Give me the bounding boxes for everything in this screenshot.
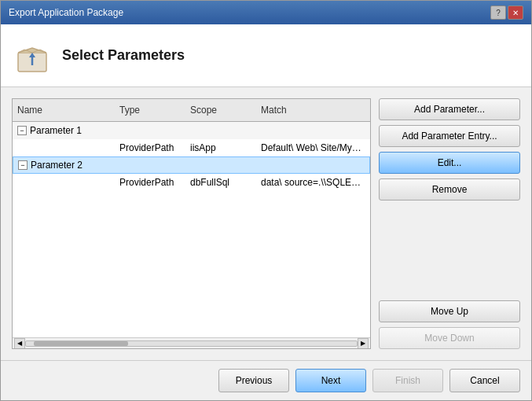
header-title: Select Parameters xyxy=(62,47,185,64)
col-match: Match xyxy=(256,102,370,118)
param-1-entry-type: ProviderPath xyxy=(115,141,185,155)
param-1-type xyxy=(115,129,185,132)
param-2-type xyxy=(116,164,186,167)
scroll-right-arrow[interactable]: ▶ xyxy=(358,338,369,349)
horizontal-scrollbar[interactable]: ◀ ▶ xyxy=(13,337,370,348)
parameters-table: Name Type Scope Match − Parameter 1 xyxy=(12,98,371,349)
col-name: Name xyxy=(13,102,115,118)
param-2-entry-name xyxy=(13,181,115,184)
param-row-1-header[interactable]: − Parameter 1 xyxy=(13,122,370,139)
title-bar-buttons: ? ✕ xyxy=(490,6,523,20)
table-body[interactable]: − Parameter 1 ProviderPath iisApp Defaul… xyxy=(13,122,370,337)
dialog-title: Export Application Package xyxy=(9,7,123,18)
parameter-group-1: − Parameter 1 ProviderPath iisApp Defaul… xyxy=(13,122,370,156)
export-dialog: Export Application Package ? ✕ Select Pa… xyxy=(0,0,532,401)
edit-button[interactable]: Edit... xyxy=(379,152,520,174)
param-2-name-cell: − Parameter 2 xyxy=(13,158,116,172)
dialog-footer: Previous Next Finish Cancel xyxy=(1,360,531,400)
param-2-scope xyxy=(186,164,257,167)
button-panel: Add Parameter... Add Parameter Entry... … xyxy=(379,98,520,349)
title-bar: Export Application Package ? ✕ xyxy=(1,1,531,24)
col-type: Type xyxy=(115,102,185,118)
parameter-group-2: − Parameter 2 ProviderPath dbFullSql dat… xyxy=(13,156,370,191)
param-2-entry-match: data\ source=.\\SQLExpre xyxy=(256,175,370,189)
param-1-match xyxy=(256,129,370,132)
table-header: Name Type Scope Match xyxy=(13,99,370,122)
param-row-2-header[interactable]: − Parameter 2 xyxy=(13,156,370,174)
param-row-2-entry[interactable]: ProviderPath dbFullSql data\ source=.\\S… xyxy=(13,174,370,191)
scrollbar-thumb[interactable] xyxy=(34,341,128,346)
expand-icon-1[interactable]: − xyxy=(17,126,27,135)
param-1-entry-match: Default\ Web\ Site/MyApp xyxy=(256,141,370,155)
param-2-entry-scope: dbFullSql xyxy=(185,175,256,189)
dialog-body: Name Type Scope Match − Parameter 1 xyxy=(1,87,531,360)
remove-button[interactable]: Remove xyxy=(379,178,520,200)
expand-icon-2[interactable]: − xyxy=(18,160,28,170)
param-2-label: Parameter 2 xyxy=(31,160,83,171)
add-parameter-entry-button[interactable]: Add Parameter Entry... xyxy=(379,125,520,147)
cancel-button[interactable]: Cancel xyxy=(449,369,520,392)
dialog-header: Select Parameters xyxy=(1,24,531,87)
button-spacer xyxy=(379,205,520,296)
param-1-scope xyxy=(185,129,256,132)
finish-button[interactable]: Finish xyxy=(372,369,443,392)
param-1-label: Parameter 1 xyxy=(30,125,82,136)
scroll-left-arrow[interactable]: ◀ xyxy=(14,338,25,349)
header-icon xyxy=(13,37,51,75)
help-button[interactable]: ? xyxy=(490,6,506,20)
param-1-entry-name xyxy=(13,146,115,149)
param-2-match xyxy=(257,164,369,167)
close-button[interactable]: ✕ xyxy=(508,6,523,20)
param-row-1-entry[interactable]: ProviderPath iisApp Default\ Web\ Site/M… xyxy=(13,139,370,156)
next-button[interactable]: Next xyxy=(295,369,366,392)
move-down-button[interactable]: Move Down xyxy=(379,327,520,349)
col-scope: Scope xyxy=(185,102,256,118)
param-2-entry-type: ProviderPath xyxy=(115,175,185,189)
param-1-name-cell: − Parameter 1 xyxy=(13,123,115,138)
previous-button[interactable]: Previous xyxy=(218,369,289,392)
scrollbar-track[interactable] xyxy=(25,340,358,347)
param-1-entry-scope: iisApp xyxy=(185,141,256,155)
add-parameter-button[interactable]: Add Parameter... xyxy=(379,98,520,120)
move-up-button[interactable]: Move Up xyxy=(379,300,520,322)
